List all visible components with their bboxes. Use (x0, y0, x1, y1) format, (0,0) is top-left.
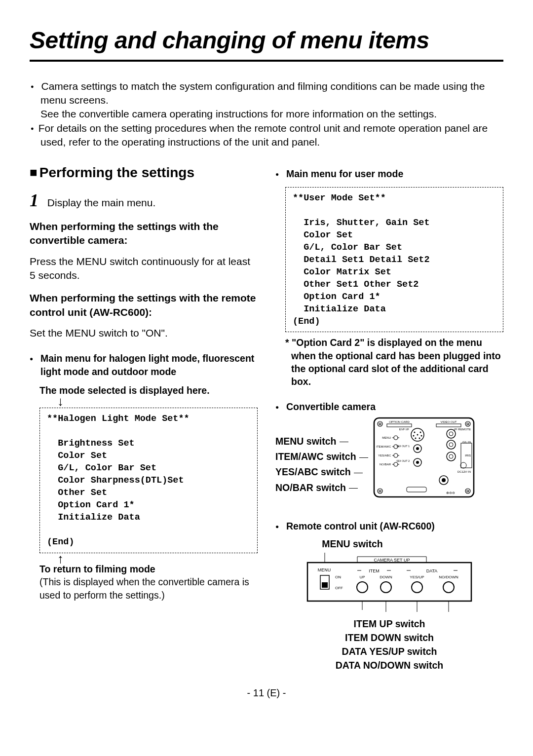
svg-point-8 (467, 490, 469, 492)
user-line-0: Iris, Shutter, Gain Set (293, 218, 430, 228)
rc-data-nodown-label: DATA NO/DOWN switch (275, 658, 503, 672)
svg-text:SDI OUT 1: SDI OUT 1 (396, 445, 410, 448)
svg-text:DATA: DATA (426, 568, 438, 573)
svg-text:EVF I/F: EVF I/F (399, 428, 409, 431)
svg-point-15 (414, 432, 415, 433)
user-menu-box: **User Mode Set** Iris, Shutter, Gain Se… (285, 187, 503, 333)
user-line-7: Initialize Data (293, 304, 386, 314)
svg-text:NO/DOWN: NO/DOWN (439, 575, 458, 579)
svg-point-21 (417, 434, 418, 436)
section-heading: ■Performing the settings (30, 163, 258, 182)
user-line-2: G/L, Color Bar Set (293, 242, 402, 253)
rc-item-down-label: ITEM DOWN switch (275, 631, 503, 644)
user-line-1: Color Set (293, 230, 353, 240)
svg-text:ITEM: ITEM (369, 568, 380, 573)
svg-point-44 (449, 454, 453, 458)
svg-text:VIDEO OUT: VIDEO OUT (440, 420, 457, 423)
svg-point-7 (465, 489, 470, 493)
halogen-line-5: Option Card 1* (47, 500, 135, 510)
rc-diagram: CAMERA SET UP MENU ON OFF ITEM UP DOWN D… (305, 553, 473, 612)
halogen-line-4: Other Set (47, 488, 107, 498)
svg-point-72 (443, 582, 454, 593)
step1-sub2-title: When performing the settings with the re… (30, 291, 258, 319)
intro-item-1: Camera settings to match the system conf… (40, 79, 503, 121)
right-column: Main menu for user mode **User Mode Set*… (275, 163, 503, 673)
rc-bullet: Remote control unit (AW-RC600) (275, 520, 503, 532)
svg-point-71 (412, 582, 422, 593)
svg-rect-50 (407, 487, 426, 492)
svg-point-17 (413, 435, 414, 437)
intro-1b: See the convertible camera operating ins… (40, 108, 437, 119)
svg-text:⊕⊖⊖: ⊕⊖⊖ (446, 491, 455, 494)
page-title: Setting and changing of menu items (30, 25, 503, 62)
step-number-1: 1 (30, 189, 44, 213)
svg-point-40 (447, 440, 456, 449)
svg-rect-61 (322, 582, 328, 588)
svg-text:UP: UP (359, 575, 365, 579)
svg-point-31 (394, 454, 398, 457)
mode-pointer-note: The mode selected is displayed here. (39, 384, 258, 397)
step-1-label: Display the main menu. (47, 197, 155, 208)
cam-label-menu: MENU switch (275, 434, 368, 449)
svg-point-67 (381, 582, 391, 593)
svg-text:OPTION CARD: OPTION CARD (389, 420, 410, 423)
cam-label-no: NO/BAR switch (275, 480, 368, 495)
svg-text:OFF: OFF (335, 586, 343, 590)
step-1: 1 Display the main menu. (30, 189, 258, 213)
svg-point-4 (467, 423, 469, 425)
option-card-note: * "Option Card 2" is displayed on the me… (285, 336, 503, 388)
svg-point-41 (449, 443, 453, 447)
svg-text:DOWN: DOWN (380, 575, 392, 579)
svg-text:MENU: MENU (382, 436, 391, 439)
svg-text:I/F REMOTE: I/F REMOTE (454, 428, 470, 431)
intro-list: Camera settings to match the system conf… (30, 79, 503, 150)
arrow-down-icon: ↓ (57, 398, 258, 406)
svg-text:NO/BAR: NO/BAR (380, 463, 391, 466)
svg-point-3 (465, 421, 470, 426)
svg-point-19 (415, 438, 416, 439)
svg-text:CAMERA SET UP: CAMERA SET UP (374, 558, 410, 563)
svg-point-20 (419, 438, 420, 439)
svg-point-38 (416, 461, 419, 464)
svg-point-6 (379, 490, 381, 492)
halogen-line-3: Color Sharpness(DTL)Set (47, 475, 184, 486)
svg-text:MENU: MENU (318, 567, 331, 572)
user-mode-bullet: Main menu for user mode (275, 167, 503, 180)
cam-label-item: ITEM/AWC switch (275, 449, 368, 464)
svg-rect-10 (387, 424, 412, 427)
halogen-menu-box: **Halogen Light Mode Set** Brightness Se… (39, 408, 258, 553)
svg-point-23 (447, 429, 456, 438)
rc-menu-switch-label: MENU switch (275, 537, 503, 550)
return-body: (This is displayed when the convertible … (39, 575, 258, 602)
svg-point-43 (447, 452, 456, 461)
svg-point-16 (419, 432, 421, 433)
svg-point-24 (449, 432, 453, 436)
user-line-4: Color Matrix Set (293, 267, 391, 277)
step1-sub1-body: Press the MENU switch continuously for a… (30, 255, 258, 283)
section-heading-text: Performing the settings (39, 165, 194, 180)
user-line-3: Detail Set1 Detail Set2 (293, 255, 430, 265)
svg-text:ITEM/AWC: ITEM/AWC (376, 445, 391, 448)
cam-label-yes: YES/ABC switch (275, 464, 368, 480)
svg-text:YES/UP: YES/UP (410, 575, 424, 579)
halogen-bullet: Main menu for halogen light mode, fluore… (30, 352, 258, 378)
step1-sub2-body: Set the MENU switch to "ON". (30, 326, 258, 340)
svg-point-66 (357, 582, 368, 593)
rc-item-up-label: ITEM UP switch (275, 617, 503, 631)
svg-point-46 (460, 462, 466, 468)
square-icon: ■ (30, 165, 38, 180)
return-title: To return to filming mode (39, 563, 258, 575)
svg-point-49 (442, 478, 446, 482)
svg-point-5 (378, 489, 382, 493)
svg-rect-12 (436, 424, 461, 427)
camera-back-diagram: OPTION CARD VIDEO OUT EVF I/F I/F REMOTE… (372, 416, 476, 505)
svg-text:SDI OUT 2: SDI OUT 2 (396, 459, 410, 462)
user-line-6: Option Card 1* (293, 292, 381, 302)
halogen-line-2: G/L, Color Bar Set (47, 463, 156, 473)
halogen-end: (End) (47, 537, 75, 547)
step1-sub1-title: When performing the settings with the co… (30, 220, 258, 248)
halogen-line-1: Color Set (47, 451, 107, 461)
svg-point-1 (378, 421, 382, 426)
svg-point-29 (394, 436, 398, 440)
svg-text:YES/ABC: YES/ABC (378, 454, 391, 457)
